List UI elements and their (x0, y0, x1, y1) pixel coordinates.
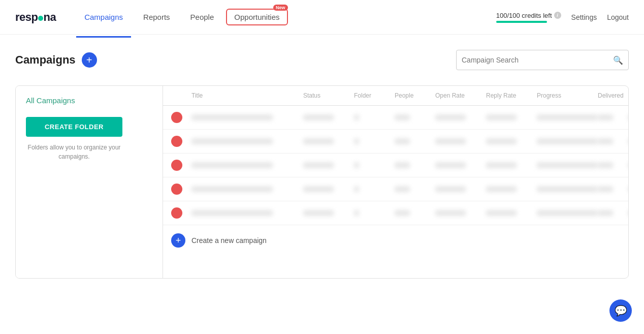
col-status: Status (303, 92, 354, 99)
row-delivered-1 (598, 162, 613, 168)
credits-container: 100/100 credits left i (496, 12, 561, 23)
row-reply-rate (486, 162, 517, 168)
nav-people[interactable]: People (182, 9, 222, 25)
info-icon[interactable]: i (554, 12, 561, 19)
col-people: People (395, 92, 435, 99)
row-title (191, 210, 273, 216)
all-campaigns-label[interactable]: All Campaigns (26, 96, 152, 105)
col-open-rate: Open Rate (435, 92, 486, 99)
row-status (303, 138, 334, 144)
page-title: Campaigns (15, 53, 76, 67)
col-title: Title (191, 92, 303, 99)
row-title (191, 138, 273, 144)
settings-link[interactable]: Settings (571, 13, 597, 21)
create-campaign-icon: + (171, 233, 185, 248)
table-row[interactable] (163, 154, 628, 177)
page-header: Campaigns + 🔍 (15, 50, 629, 70)
credits-bar (496, 21, 547, 23)
content-area: All Campaigns CREATE FOLDER Folders allo… (15, 85, 629, 279)
logo: respna (15, 11, 56, 24)
row-progress (537, 210, 598, 216)
search-icon: 🔍 (613, 55, 623, 65)
logo-dot (38, 16, 43, 21)
row-delivered-1 (598, 138, 613, 144)
main-content: Campaigns + 🔍 All Campaigns CREATE FOLDE… (0, 35, 644, 279)
table-area: Title Status Folder People Open Rate Rep… (163, 86, 628, 278)
row-people (395, 114, 410, 120)
sidebar: All Campaigns CREATE FOLDER Folders allo… (16, 86, 163, 278)
row-open-rate (435, 138, 466, 144)
table-row[interactable] (163, 201, 628, 225)
row-delivered-1 (598, 114, 613, 120)
table-header: Title Status Folder People Open Rate Rep… (163, 86, 628, 106)
row-open-rate (435, 114, 466, 120)
row-status (303, 210, 334, 216)
folder-hint: Folders allow you to organize your campa… (26, 143, 122, 161)
create-campaign-label: Create a new campaign (191, 236, 267, 245)
row-delivered-1 (598, 210, 613, 216)
row-people (395, 186, 410, 192)
page-title-row: Campaigns + (15, 52, 97, 68)
credits-fill (496, 21, 547, 23)
row-folder (354, 138, 359, 144)
row-reply-rate (486, 210, 517, 216)
row-folder (354, 114, 359, 120)
new-badge: New (273, 5, 288, 11)
row-people (395, 162, 410, 168)
nav-reports[interactable]: Reports (135, 9, 178, 25)
row-status (303, 162, 334, 168)
row-delivered-1 (598, 186, 613, 192)
row-title (191, 186, 273, 192)
col-reply-rate: Reply Rate (486, 92, 537, 99)
row-reply-rate (486, 138, 517, 144)
row-progress (537, 162, 598, 168)
row-folder (354, 210, 359, 216)
search-box: 🔍 (456, 50, 629, 70)
row-open-rate (435, 210, 466, 216)
row-reply-rate (486, 114, 517, 120)
row-progress (537, 138, 598, 144)
row-status-icon (171, 112, 182, 123)
row-folder (354, 186, 359, 192)
campaign-search-input[interactable] (462, 56, 613, 64)
row-status-icon (171, 207, 182, 219)
row-progress (537, 186, 598, 192)
col-icon (171, 92, 191, 99)
row-status (303, 186, 334, 192)
row-reply-rate (486, 186, 517, 192)
row-people (395, 210, 410, 216)
nav-campaigns[interactable]: Campaigns (76, 9, 131, 25)
table-row[interactable] (163, 130, 628, 154)
logo-text: respna (15, 11, 56, 24)
add-campaign-button[interactable]: + (82, 52, 97, 68)
table-row[interactable] (163, 106, 628, 130)
row-people (395, 138, 410, 144)
col-folder: Folder (354, 92, 395, 99)
row-title (191, 162, 273, 168)
row-status-icon (171, 136, 182, 147)
credits-label: 100/100 credits left i (496, 12, 561, 19)
row-status-icon (171, 184, 182, 195)
create-folder-button[interactable]: CREATE FOLDER (26, 117, 122, 137)
col-progress: Progress (537, 92, 598, 99)
header-right: 100/100 credits left i Settings Logout (496, 12, 629, 23)
main-nav: Campaigns Reports People Opportunities N… (76, 9, 496, 25)
nav-opportunities[interactable]: Opportunities New (226, 9, 287, 25)
row-open-rate (435, 186, 466, 192)
logout-link[interactable]: Logout (607, 13, 629, 21)
row-open-rate (435, 162, 466, 168)
header: respna Campaigns Reports People Opportun… (0, 0, 644, 35)
col-delivered: Delivered (598, 92, 628, 99)
row-progress (537, 114, 598, 120)
create-campaign-row[interactable]: + Create a new campaign (163, 225, 628, 256)
row-title (191, 114, 273, 120)
row-status-icon (171, 160, 182, 171)
row-status (303, 114, 334, 120)
row-folder (354, 162, 359, 168)
table-row[interactable] (163, 177, 628, 201)
